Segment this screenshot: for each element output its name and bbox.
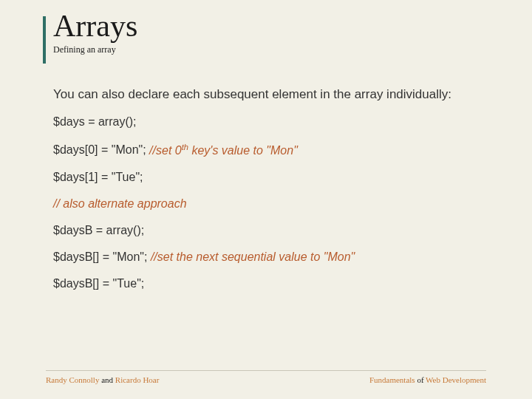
book-word-1: Fundamentals: [369, 375, 415, 384]
code-line-6: $daysB[] = "Mon"; //set the next sequent…: [53, 250, 486, 264]
code-line-3: $days[1] = "Tue";: [53, 171, 486, 184]
author-2: Ricardo Hoar: [115, 375, 160, 384]
code-comment: //set the next sequential value to "Mon": [151, 250, 355, 263]
author-1: Randy Connolly: [46, 375, 99, 384]
footer-joiner: of: [415, 375, 426, 384]
code-comment: //set 0th key's value to "Mon": [149, 144, 298, 157]
comment-part: key's value to "Mon": [188, 144, 298, 157]
footer: Randy Connolly and Ricardo Hoar Fundamen…: [46, 370, 486, 384]
footer-left: Randy Connolly and Ricardo Hoar: [46, 375, 159, 384]
slide-subtitle: Defining an array: [53, 44, 486, 55]
comment-part: //set 0: [149, 144, 182, 157]
code-line-4: // also alternate approach: [53, 197, 486, 211]
slide-title: Arrays: [53, 10, 486, 41]
comment-superscript: th: [182, 142, 188, 151]
accent-bar: [43, 16, 46, 64]
code-line-1: $days = array();: [53, 115, 486, 129]
code-line-7: $daysB[] = "Tue";: [53, 277, 486, 290]
code-line-2: $days[0] = "Mon"; //set 0th key's value …: [53, 142, 486, 157]
intro-text: You can also declare each subsequent ele…: [53, 86, 486, 102]
footer-joiner: and: [99, 375, 115, 384]
code-text: $days[0] = "Mon";: [53, 144, 149, 157]
code-line-5: $daysB = array();: [53, 224, 486, 237]
code-text: $daysB[] = "Mon";: [53, 250, 151, 263]
book-word-2: Web Development: [426, 375, 486, 384]
footer-right: Fundamentals of Web Development: [369, 375, 486, 384]
slide: Arrays Defining an array You can also de…: [0, 0, 532, 399]
code-comment: // also alternate approach: [53, 197, 187, 210]
